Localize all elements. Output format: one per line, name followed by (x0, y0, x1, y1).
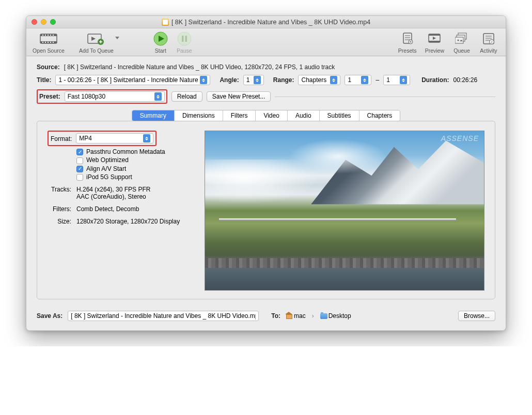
svg-rect-20 (185, 36, 187, 42)
home-icon (286, 313, 293, 319)
tab-chapters[interactable]: Chapters (359, 110, 400, 121)
pause-icon (175, 31, 194, 46)
range-from-select[interactable]: 1 (345, 75, 371, 85)
svg-rect-19 (182, 36, 184, 42)
film-icon (39, 31, 58, 46)
svg-point-33 (458, 40, 459, 41)
titlebar: [ 8K ] Switzerland - Incredible Nature a… (26, 16, 506, 28)
folder-icon (320, 313, 327, 319)
align-av-label: Align A/V Start (86, 165, 126, 172)
path-folder[interactable]: Desktop (320, 312, 351, 320)
chevron-down-icon (330, 76, 337, 84)
pause-button[interactable]: Pause (175, 31, 194, 54)
toolbar: Open Source Add To Queue Start (26, 28, 506, 56)
size-label: Size: (48, 218, 71, 225)
ipod-label: iPod 5G Support (86, 173, 132, 181)
chevron-down-icon (254, 76, 261, 84)
svg-rect-6 (50, 35, 51, 36)
preset-label: Preset: (39, 93, 60, 100)
to-label: To: (271, 312, 280, 320)
range-label: Range: (273, 76, 294, 84)
filters-value: Comb Detect, Decomb (76, 205, 139, 213)
preview-icon (425, 31, 444, 46)
browse-button[interactable]: Browse... (458, 311, 495, 321)
angle-label: Angle: (220, 76, 239, 84)
svg-rect-3 (42, 35, 43, 36)
activity-button[interactable]: i Activity (479, 31, 498, 54)
app-window: [ 8K ] Switzerland - Incredible Nature a… (26, 15, 506, 331)
tab-dimensions[interactable]: Dimensions (175, 110, 223, 121)
queue-icon (452, 31, 471, 46)
save-preset-button[interactable]: Save New Preset... (207, 91, 271, 102)
svg-point-18 (178, 32, 191, 45)
summary-panel: Format: MP4 Passthru Common Metadata Web… (37, 121, 495, 299)
chevron-right-icon: › (312, 312, 314, 320)
range-to-select[interactable]: 1 (383, 75, 410, 85)
svg-rect-4 (45, 35, 46, 36)
chevron-down-icon (200, 76, 207, 84)
web-optimized-checkbox[interactable] (76, 157, 83, 164)
path-home[interactable]: mac (286, 312, 306, 320)
svg-rect-7 (53, 35, 54, 36)
title-select[interactable]: 1 - 00:26:26 - [ 8K ] Switzerland - Incr… (55, 75, 210, 85)
tab-audio[interactable]: Audio (288, 110, 320, 121)
svg-rect-12 (53, 42, 54, 43)
svg-rect-10 (48, 42, 49, 43)
svg-rect-32 (455, 37, 463, 43)
passthru-label: Passthru Common Metadata (86, 148, 165, 155)
add-to-queue-button[interactable]: Add To Queue (79, 31, 114, 54)
chevron-down-icon[interactable] (115, 37, 120, 42)
chevron-down-icon (361, 76, 368, 84)
tab-filters[interactable]: Filters (223, 110, 256, 121)
queue-button[interactable]: Queue (452, 31, 471, 54)
document-icon (162, 19, 169, 26)
window-title: [ 8K ] Switzerland - Incredible Nature a… (26, 19, 506, 26)
duration-label: Duration: (421, 76, 449, 84)
format-select[interactable]: MP4 (76, 133, 153, 143)
preset-highlight: Preset: Fast 1080p30 (37, 89, 167, 104)
save-as-label: Save As: (37, 312, 62, 320)
presets-icon (398, 31, 417, 46)
queue-add-icon (87, 31, 105, 46)
size-value: 1280x720 Storage, 1280x720 Display (76, 218, 180, 225)
tab-summary[interactable]: Summary (132, 110, 175, 121)
reload-button[interactable]: Reload (171, 91, 202, 102)
source-value: [ 8K ] Switzerland - Incredible Nature a… (64, 63, 335, 71)
title-label: Title: (37, 76, 51, 84)
source-label: Source: (37, 63, 60, 71)
preview-button[interactable]: Preview (425, 31, 444, 54)
open-source-button[interactable]: Open Source (33, 31, 65, 54)
passthru-checkbox[interactable] (76, 149, 83, 155)
svg-rect-29 (429, 41, 440, 42)
range-dash: – (375, 76, 379, 84)
start-button[interactable]: Start (151, 31, 170, 54)
svg-rect-11 (50, 42, 51, 43)
svg-rect-5 (48, 35, 49, 36)
duration-value: 00:26:26 (453, 76, 477, 84)
range-type-select[interactable]: Chapters (298, 75, 340, 85)
svg-rect-9 (45, 42, 46, 43)
angle-select[interactable]: 1 (243, 75, 264, 85)
tracks-line1: H.264 (x264), 30 FPS PFR (76, 186, 150, 193)
ipod-checkbox[interactable] (76, 174, 83, 181)
filters-label: Filters: (48, 205, 71, 213)
svg-rect-8 (42, 42, 43, 43)
preview-area: ASSENSE (205, 131, 484, 291)
chevron-down-icon (400, 76, 407, 84)
divider (275, 97, 495, 97)
preset-select[interactable]: Fast 1080p30 (65, 91, 165, 102)
tab-video[interactable]: Video (256, 110, 287, 121)
play-icon (151, 31, 170, 46)
chevron-down-icon (154, 92, 162, 101)
tab-subtitles[interactable]: Subtitles (320, 110, 359, 121)
format-label: Format: (51, 134, 72, 142)
svg-rect-28 (429, 34, 440, 36)
svg-marker-14 (91, 37, 96, 41)
tracks-line2: AAC (CoreAudio), Stereo (76, 193, 150, 200)
align-av-checkbox[interactable] (76, 166, 83, 172)
watermark: ASSENSE (441, 134, 479, 142)
svg-marker-27 (433, 37, 436, 40)
presets-button[interactable]: Presets (398, 31, 417, 54)
preview-image: ASSENSE (205, 131, 484, 291)
save-as-field[interactable]: [ 8K ] Switzerland - Incredible Nature a… (68, 311, 259, 321)
